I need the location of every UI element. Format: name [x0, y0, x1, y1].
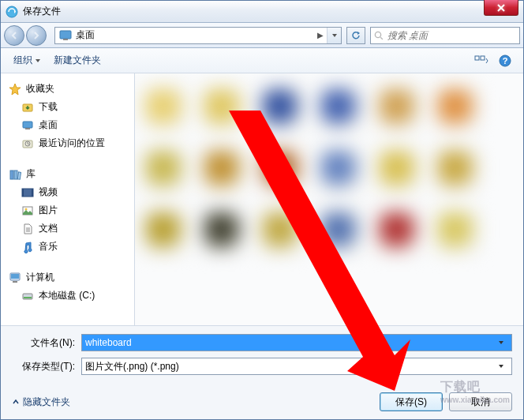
file-list-pane[interactable]	[135, 73, 523, 325]
pictures-icon	[21, 204, 34, 217]
documents-icon	[21, 223, 34, 235]
svg-rect-29	[11, 274, 19, 279]
file-thumbnail[interactable]	[318, 86, 362, 130]
svg-rect-14	[25, 128, 30, 129]
navigation-pane: 收藏夹 下载 桌面 最近访问的位置 库	[1, 73, 135, 325]
nav-back-button[interactable]	[4, 25, 24, 46]
downloads-icon	[21, 101, 34, 114]
address-location: 桌面	[76, 28, 314, 42]
sidebar-item-pictures[interactable]: 图片	[4, 201, 131, 219]
filename-value: whiteboard	[85, 337, 132, 348]
search-input[interactable]	[387, 30, 516, 41]
svg-rect-3	[63, 39, 68, 40]
address-bar[interactable]: 桌面 ▶	[54, 27, 342, 44]
svg-rect-20	[22, 189, 33, 197]
refresh-button[interactable]	[346, 27, 365, 44]
desktop-label: 桌面	[39, 118, 58, 132]
computer-header[interactable]: 计算机	[4, 268, 131, 287]
desktop-small-icon	[21, 119, 34, 132]
file-thumbnail[interactable]	[318, 209, 362, 253]
file-thumbnail[interactable]	[435, 209, 479, 253]
filetype-select[interactable]: 图片文件(.png) (*.png)	[81, 358, 512, 375]
new-folder-label: 新建文件夹	[54, 54, 101, 67]
organize-label: 组织	[13, 54, 32, 67]
recent-label: 最近访问的位置	[39, 137, 105, 150]
file-thumbnail[interactable]	[143, 148, 187, 192]
drive-icon	[21, 290, 34, 302]
libraries-label: 库	[26, 167, 36, 181]
libraries-header[interactable]: 库	[4, 165, 131, 183]
computer-group: 计算机 本地磁盘 (C:)	[4, 268, 131, 305]
sidebar-item-desktop[interactable]: 桌面	[4, 116, 131, 134]
bottom-panel: 文件名(N): whiteboard 保存类型(T): 图片文件(.png) (…	[1, 325, 523, 388]
sidebar-item-recent[interactable]: 最近访问的位置	[4, 134, 131, 152]
svg-rect-21	[22, 189, 24, 197]
svg-rect-32	[24, 297, 32, 298]
file-thumbnail[interactable]	[260, 86, 304, 130]
new-folder-button[interactable]: 新建文件夹	[49, 51, 106, 69]
svg-marker-11	[9, 84, 21, 95]
search-icon	[374, 30, 384, 41]
filename-dropdown[interactable]	[494, 335, 508, 351]
breadcrumb-separator: ▶	[314, 31, 327, 39]
sidebar-item-drive-c[interactable]: 本地磁盘 (C:)	[4, 287, 131, 305]
svg-rect-17	[10, 171, 13, 179]
svg-text:?: ?	[503, 56, 508, 66]
filetype-dropdown[interactable]	[494, 358, 508, 374]
computer-icon	[9, 272, 21, 284]
svg-point-5	[375, 32, 380, 37]
svg-rect-7	[475, 56, 479, 60]
computer-label: 计算机	[26, 271, 54, 284]
save-button[interactable]: 保存(S)	[380, 392, 443, 411]
filetype-row: 保存类型(T): 图片文件(.png) (*.png)	[12, 358, 512, 375]
videos-label: 视频	[39, 186, 58, 199]
button-row: 隐藏文件夹 保存(S) 取消	[1, 388, 523, 419]
view-options-button[interactable]	[471, 52, 492, 69]
svg-rect-18	[14, 171, 17, 179]
organize-menu[interactable]: 组织	[9, 51, 46, 69]
nav-forward-button[interactable]	[26, 25, 47, 46]
address-dropdown[interactable]	[327, 28, 341, 43]
file-thumbnail[interactable]	[376, 209, 421, 253]
svg-rect-22	[32, 189, 33, 197]
svg-rect-19	[17, 171, 21, 178]
close-button[interactable]	[484, 0, 518, 16]
sidebar-item-music[interactable]: 音乐	[4, 238, 131, 256]
body-area: 收藏夹 下载 桌面 最近访问的位置 库	[1, 73, 523, 325]
favorites-group: 收藏夹 下载 桌面 最近访问的位置	[4, 80, 131, 152]
hide-folders-link[interactable]: 隐藏文件夹	[12, 396, 70, 409]
svg-rect-2	[60, 31, 71, 39]
file-thumbnail[interactable]	[376, 148, 421, 192]
file-thumbnail[interactable]	[376, 86, 421, 130]
app-icon	[6, 6, 18, 18]
file-thumbnail[interactable]	[143, 86, 187, 130]
window-title: 保存文件	[23, 5, 61, 18]
sidebar-item-videos[interactable]: 视频	[4, 183, 131, 201]
sidebar-item-documents[interactable]: 文档	[4, 219, 131, 238]
videos-icon	[21, 186, 34, 199]
titlebar: 保存文件	[1, 1, 523, 23]
svg-rect-8	[481, 56, 485, 60]
file-thumbnail[interactable]	[260, 148, 304, 192]
file-thumbnail[interactable]	[435, 86, 479, 130]
chevron-up-icon	[12, 398, 20, 406]
svg-marker-4	[357, 32, 360, 35]
chevron-down-icon	[35, 58, 41, 64]
file-thumbnail[interactable]	[201, 148, 245, 192]
filename-label: 文件名(N):	[12, 336, 75, 350]
file-thumbnail[interactable]	[201, 86, 245, 130]
filename-input[interactable]: whiteboard	[81, 334, 512, 351]
file-thumbnail[interactable]	[201, 209, 245, 253]
search-box[interactable]	[370, 27, 520, 44]
cancel-button[interactable]: 取消	[449, 392, 512, 411]
file-thumbnail[interactable]	[435, 148, 479, 192]
file-thumbnail[interactable]	[143, 209, 187, 253]
downloads-label: 下载	[39, 100, 58, 114]
thumbnail-grid	[135, 73, 523, 266]
file-thumbnail[interactable]	[318, 148, 362, 192]
save-file-dialog: 保存文件 桌面 ▶	[0, 0, 524, 420]
sidebar-item-downloads[interactable]: 下载	[4, 98, 131, 116]
help-button[interactable]: ?	[495, 52, 515, 69]
file-thumbnail[interactable]	[260, 209, 304, 253]
favorites-header[interactable]: 收藏夹	[4, 80, 131, 98]
